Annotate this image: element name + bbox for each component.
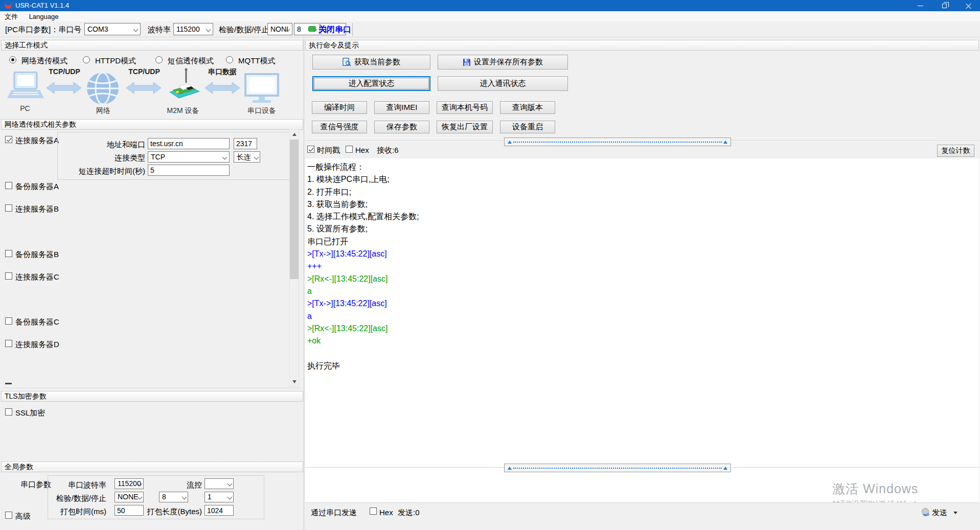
checkbox-server-c-label[interactable]: 连接服务器C — [15, 272, 59, 282]
global-parity-select[interactable]: NONE — [115, 492, 144, 502]
server-a-address-input[interactable] — [148, 138, 230, 149]
pack-len-label: 打包长度(Bytes) — [145, 507, 202, 517]
save-params-button[interactable]: 保存参数 — [374, 121, 429, 133]
app-logo-icon — [4, 2, 12, 9]
menu-file[interactable]: 文件 — [0, 11, 22, 22]
radio-mqtt[interactable] — [226, 56, 233, 63]
checkbox-server-c[interactable] — [5, 272, 12, 280]
checkbox-server-d[interactable] — [5, 340, 12, 347]
chevron-down-icon[interactable] — [352, 512, 356, 514]
set-save-all-button[interactable]: 设置并保存所有参数 — [438, 55, 568, 70]
enter-config-button[interactable]: 进入配置状态 — [312, 76, 430, 91]
baud-select[interactable]: 115200 — [173, 23, 213, 35]
checkbox-hex-send[interactable] — [370, 508, 377, 515]
global-baud-select[interactable]: 115200 — [115, 478, 144, 489]
send-button[interactable]: 发送 — [932, 508, 947, 518]
checkbox-backup-server-a[interactable] — [5, 182, 12, 189]
left-panel-scrollbar[interactable] — [289, 129, 299, 387]
progress-marker-icon — [723, 467, 727, 470]
com-port-select[interactable]: COM3 — [84, 23, 141, 35]
radio-sms-transparent-label[interactable]: 短信透传模式 — [168, 56, 214, 66]
checkbox-advanced-label[interactable]: 高级 — [15, 512, 31, 521]
factory-reset-label: 恢复出厂设置 — [442, 122, 488, 132]
checkbox-backup-server-c-label[interactable]: 备份服务器C — [15, 317, 59, 327]
send-via-serial-dropdown[interactable]: 通过串口发送 — [311, 508, 357, 518]
log-line: 执行完毕 — [307, 360, 979, 372]
checkbox-hex-recv-label[interactable]: Hex — [355, 146, 369, 154]
radio-httpd-label[interactable]: HTTPD模式 — [95, 56, 136, 66]
checkbox-backup-server-c[interactable] — [5, 317, 12, 325]
conn-type-value: TCP — [151, 153, 165, 161]
global-databits-select[interactable]: 8 — [159, 492, 188, 502]
toolbar-separator — [352, 23, 353, 36]
server-a-port-input[interactable] — [234, 138, 257, 149]
radio-mqtt-label[interactable]: MQTT模式 — [238, 56, 276, 66]
log-line: >[Rx<-][13:45:22][asc] — [307, 322, 979, 335]
close-button[interactable] — [956, 0, 980, 11]
checkbox-backup-server-a-label[interactable]: 备份服务器A — [15, 182, 59, 192]
reset-counter-button[interactable]: 复位计数 — [937, 145, 974, 157]
chevron-down-icon[interactable] — [953, 512, 958, 514]
serial-open-status-icon — [308, 26, 316, 32]
checkbox-timestamp-label[interactable]: 时间戳 — [317, 146, 340, 155]
radio-net-transparent[interactable] — [9, 56, 16, 63]
scrollbar-thumb[interactable] — [290, 140, 299, 279]
divider-line — [732, 467, 979, 468]
query-version-button[interactable]: 查询版本 — [500, 101, 555, 114]
restore-button[interactable] — [932, 0, 956, 11]
checkbox-backup-server-b-label[interactable]: 备份服务器B — [15, 250, 59, 260]
minimize-button[interactable] — [908, 0, 932, 11]
checkbox-server-d-label[interactable]: 连接服务器D — [15, 340, 59, 350]
scroll-up-button[interactable] — [290, 130, 299, 139]
chevron-down-icon — [227, 481, 233, 487]
checkbox-backup-server-b[interactable] — [5, 250, 12, 257]
checkbox-timestamp[interactable] — [307, 146, 314, 153]
log-line — [307, 347, 979, 359]
flow-control-select[interactable] — [204, 478, 234, 489]
signal-strength-button[interactable]: 查信号强度 — [312, 121, 367, 133]
checkbox-hex-send-label[interactable]: Hex — [379, 508, 393, 517]
radio-httpd[interactable] — [83, 56, 90, 63]
query-number-button[interactable]: 查询本机号码 — [437, 101, 493, 114]
checkbox-server-a-label[interactable]: 连接服务器A — [15, 136, 59, 146]
checkbox-advanced[interactable] — [5, 512, 12, 519]
global-stopbits-select[interactable]: 1 — [204, 492, 234, 502]
log-line: 一般操作流程： — [307, 161, 979, 173]
chevron-down-icon — [133, 27, 139, 32]
checkbox-server-b[interactable] — [5, 204, 12, 212]
scroll-down-button[interactable] — [290, 377, 299, 386]
chevron-down-icon — [227, 495, 233, 500]
global-stopbits-value: 1 — [208, 493, 212, 501]
factory-reset-button[interactable]: 恢复出厂设置 — [437, 121, 493, 133]
server-a-timeout-input[interactable] — [148, 165, 230, 176]
checkbox-server-b-label[interactable]: 连接服务器B — [15, 204, 59, 214]
progress-marker-icon — [508, 467, 512, 470]
checkbox-hex-recv[interactable] — [346, 146, 353, 153]
server-a-keepalive-select[interactable]: 长连 — [234, 151, 260, 163]
menu-language[interactable]: Language — [25, 12, 63, 21]
minimize-icon — [918, 6, 923, 6]
checkbox-server-a[interactable] — [5, 136, 12, 143]
net-params-header: 网络透传模式相关参数 — [1, 119, 303, 130]
server-a-conn-type-select[interactable]: TCP — [148, 151, 230, 163]
enter-comm-button[interactable]: 进入通讯状态 — [438, 76, 568, 91]
pack-time-input[interactable] — [115, 505, 144, 516]
compile-time-button[interactable]: 编译时间 — [312, 101, 367, 114]
tls-header: TLS加密参数 — [1, 391, 303, 402]
server-a-groupbox: 地址和端口 连接类型 TCP 长连 短连接超时时间(秒) — [57, 132, 292, 180]
checkbox-ssl[interactable] — [5, 408, 12, 416]
checkbox-ssl-label[interactable]: SSL加密 — [15, 408, 45, 418]
restore-icon — [942, 4, 947, 8]
pack-len-input[interactable] — [204, 505, 234, 516]
parity-select[interactable]: NONI — [267, 23, 292, 35]
query-imei-button[interactable]: 查询IMEI — [374, 101, 429, 114]
log-output-area[interactable]: 一般操作流程： 1. 模块连PC串口,上电; 2. 打开串口; 3. 获取当前参… — [305, 158, 979, 503]
radio-net-transparent-label[interactable]: 网络透传模式 — [21, 56, 67, 66]
send-sphere-icon[interactable] — [921, 508, 930, 517]
radio-sms-transparent[interactable] — [155, 56, 163, 63]
device-restart-label: 设备重启 — [512, 122, 543, 132]
close-serial-button[interactable]: 关闭串口 — [318, 25, 351, 35]
get-params-button[interactable]: 获取当前参数 — [312, 55, 430, 70]
device-restart-button[interactable]: 设备重启 — [500, 121, 555, 133]
arrow-left-right-icon — [46, 81, 82, 95]
